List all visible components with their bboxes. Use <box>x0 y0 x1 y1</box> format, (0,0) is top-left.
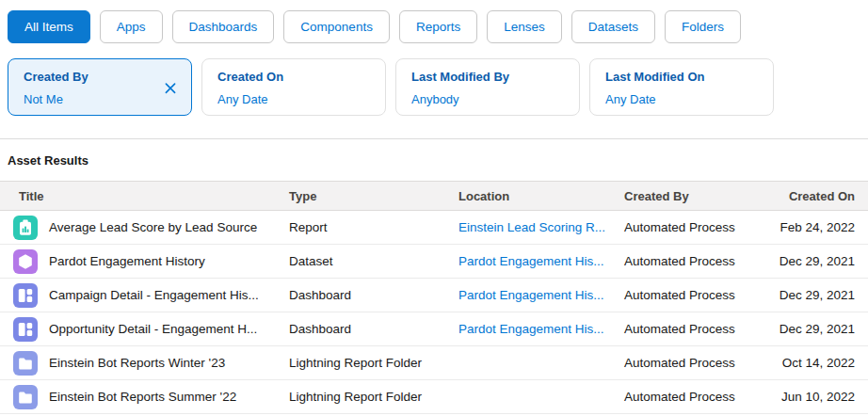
close-icon[interactable] <box>162 79 179 96</box>
cell-title[interactable]: Average Lead Score by Lead Source <box>0 216 289 240</box>
tab-datasets[interactable]: Datasets <box>571 10 655 43</box>
table-row[interactable]: Einstein Bot Reports Winter '23Lightning… <box>0 346 868 380</box>
cell-type: Dashboard <box>289 288 458 302</box>
filter-value: Any Date <box>605 92 758 106</box>
column-header-created-on: Created On <box>775 189 868 203</box>
table-row[interactable]: Opportunity Detail - Engagement H...Dash… <box>0 312 868 346</box>
filter-last-modified-by[interactable]: Last Modified ByAnybody <box>395 58 580 116</box>
asset-results-table: TitleTypeLocationCreated ByCreated On Av… <box>0 181 868 414</box>
cell-type: Lightning Report Folder <box>289 356 458 370</box>
cell-created-by: Automated Process <box>624 220 775 234</box>
dashboard-icon <box>13 317 38 342</box>
filter-value: Not Me <box>24 92 176 106</box>
tab-components[interactable]: Components <box>283 10 390 43</box>
location-link[interactable]: Pardot Engagement His... <box>458 288 604 302</box>
cell-title[interactable]: Einstein Bot Reports Winter '23 <box>0 351 289 376</box>
tab-dashboards[interactable]: Dashboards <box>172 10 275 43</box>
cell-location: Pardot Engagement His... <box>458 288 624 302</box>
asset-title: Einstein Bot Reports Summer '22 <box>49 390 236 404</box>
filter-value: Any Date <box>217 92 370 106</box>
cell-title[interactable]: Pardot Engagement History <box>0 249 289 274</box>
cell-location: Einstein Lead Scoring R... <box>458 220 624 234</box>
table-row[interactable]: Einstein Bot Reports Summer '22Lightning… <box>0 380 868 414</box>
cell-title[interactable]: Campaign Detail - Engagement His... <box>0 283 289 308</box>
cell-created-by: Automated Process <box>624 356 775 370</box>
report-icon <box>13 216 38 240</box>
cell-type: Dataset <box>289 254 458 268</box>
cell-type: Lightning Report Folder <box>289 390 458 404</box>
table-header-row: TitleTypeLocationCreated ByCreated On <box>0 181 868 211</box>
cell-created-on: Dec 29, 2021 <box>775 288 868 302</box>
tab-lenses[interactable]: Lenses <box>487 10 562 43</box>
filter-title: Created On <box>217 70 370 84</box>
results-heading: Asset Results <box>0 139 868 168</box>
cell-created-by: Automated Process <box>624 390 775 404</box>
location-link[interactable]: Pardot Engagement His... <box>458 254 604 268</box>
dataset-icon <box>13 249 38 274</box>
cell-title[interactable]: Einstein Bot Reports Summer '22 <box>0 385 289 409</box>
table-body: Average Lead Score by Lead SourceReportE… <box>0 211 868 414</box>
cell-created-by: Automated Process <box>624 322 775 336</box>
asset-title: Average Lead Score by Lead Source <box>49 220 257 234</box>
table-row[interactable]: Pardot Engagement HistoryDatasetPardot E… <box>0 245 868 279</box>
location-link[interactable]: Pardot Engagement His... <box>458 322 604 336</box>
folder-icon <box>13 351 38 376</box>
dashboard-icon <box>13 283 38 308</box>
asset-title: Opportunity Detail - Engagement H... <box>49 322 257 336</box>
table-row[interactable]: Average Lead Score by Lead SourceReportE… <box>0 211 868 245</box>
location-link[interactable]: Einstein Lead Scoring R... <box>458 220 605 234</box>
tab-reports[interactable]: Reports <box>399 10 477 43</box>
cell-created-by: Automated Process <box>624 288 775 302</box>
filter-title: Created By <box>24 70 176 84</box>
cell-created-on: Jun 10, 2022 <box>775 390 868 404</box>
asset-title: Campaign Detail - Engagement His... <box>49 288 259 302</box>
cell-type: Dashboard <box>289 322 458 336</box>
folder-icon <box>13 385 38 409</box>
column-header-type: Type <box>289 189 458 203</box>
column-header-title: Title <box>0 189 289 203</box>
cell-created-on: Feb 24, 2022 <box>775 220 868 234</box>
table-row[interactable]: Campaign Detail - Engagement His...Dashb… <box>0 279 868 312</box>
filter-title: Last Modified On <box>605 70 758 84</box>
asset-title: Pardot Engagement History <box>49 254 205 268</box>
tab-folders[interactable]: Folders <box>665 10 741 43</box>
column-header-created-by: Created By <box>624 189 775 203</box>
tab-apps[interactable]: Apps <box>100 10 163 43</box>
filter-title: Last Modified By <box>411 70 564 84</box>
cell-created-on: Dec 29, 2021 <box>775 254 868 268</box>
filter-last-modified-on[interactable]: Last Modified OnAny Date <box>589 58 774 116</box>
filter-value: Anybody <box>411 92 564 106</box>
filter-created-on[interactable]: Created OnAny Date <box>201 58 386 116</box>
cell-created-by: Automated Process <box>624 254 775 268</box>
cell-title[interactable]: Opportunity Detail - Engagement H... <box>0 317 289 342</box>
asset-title: Einstein Bot Reports Winter '23 <box>49 356 225 370</box>
cell-location: Pardot Engagement His... <box>458 322 624 336</box>
column-header-location: Location <box>458 189 624 203</box>
tab-all-items[interactable]: All Items <box>8 10 90 43</box>
filter-created-by[interactable]: Created ByNot Me <box>8 58 192 116</box>
cell-type: Report <box>289 220 458 234</box>
cell-created-on: Dec 29, 2021 <box>775 322 868 336</box>
cell-created-on: Oct 14, 2022 <box>775 356 868 370</box>
filter-cards: Created ByNot Me Created OnAny DateLast … <box>0 43 868 116</box>
asset-type-tabs: All ItemsAppsDashboardsComponentsReports… <box>0 0 868 43</box>
cell-location: Pardot Engagement His... <box>458 254 624 268</box>
